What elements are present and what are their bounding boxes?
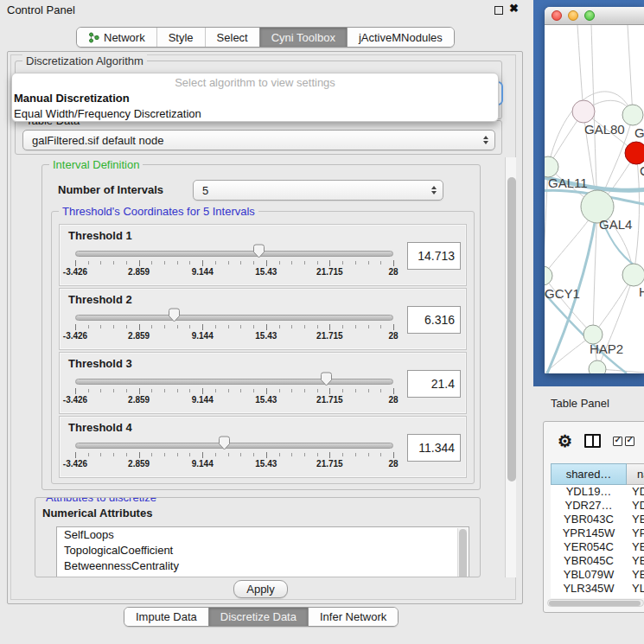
minimize-window-icon[interactable] bbox=[568, 10, 578, 21]
algorithm-option[interactable]: Manual Discretization bbox=[12, 91, 498, 106]
zoom-window-icon[interactable] bbox=[584, 10, 595, 21]
network-node-h[interactable] bbox=[622, 264, 644, 286]
tab-label: Impute Data bbox=[136, 610, 197, 623]
slider-thumb[interactable] bbox=[218, 436, 231, 450]
gear-icon[interactable]: ⚙ bbox=[558, 433, 572, 450]
tab-select[interactable]: Select bbox=[205, 28, 259, 47]
table-data-combo[interactable]: galFiltered.sif default node bbox=[22, 130, 495, 150]
slider-track[interactable] bbox=[75, 379, 393, 385]
network-edge[interactable] bbox=[577, 25, 583, 112]
column-header-shared-name[interactable]: shared… bbox=[551, 463, 627, 485]
threshold-value-field[interactable]: 6.316 bbox=[407, 306, 461, 334]
threshold-value-field[interactable]: 11.344 bbox=[407, 434, 461, 462]
cell-name[interactable]: YBR0 bbox=[627, 554, 644, 568]
network-node-gal80[interactable] bbox=[572, 100, 595, 123]
network-node-label: GCY1 bbox=[545, 286, 580, 301]
threshold-value-field[interactable]: 21.4 bbox=[407, 370, 461, 398]
cell-name[interactable]: YDL1 bbox=[627, 485, 644, 499]
bottom-tab-discretize-data[interactable]: Discretize Data bbox=[208, 608, 308, 626]
cell-shared-name[interactable]: YIL053C bbox=[551, 596, 627, 598]
table-row[interactable]: YBL079WYBL0 bbox=[551, 568, 644, 582]
cyni-mode-tabs: Impute DataDiscretize DataInfer Network bbox=[124, 607, 399, 627]
cell-name[interactable]: YBL0 bbox=[627, 568, 644, 582]
list-scrollbar[interactable] bbox=[457, 528, 468, 577]
table-row[interactable]: YIL053CYIL0 bbox=[551, 596, 644, 598]
table-row[interactable]: YER054CYER0 bbox=[551, 540, 644, 554]
list-scrollbar-thumb[interactable] bbox=[459, 529, 467, 577]
slider-tick-label: 9.144 bbox=[192, 459, 214, 469]
tab-style[interactable]: Style bbox=[156, 28, 205, 47]
select-columns-icon[interactable] bbox=[613, 437, 622, 446]
tab-network[interactable]: Network bbox=[77, 28, 156, 47]
network-node-gcy1[interactable] bbox=[545, 266, 552, 285]
apply-button[interactable]: Apply bbox=[233, 580, 288, 598]
tab-jactivemnodules[interactable]: jActiveMNodules bbox=[347, 28, 454, 47]
table-row[interactable]: YBR043CYBR0 bbox=[551, 513, 644, 526]
cell-shared-name[interactable]: YLR345W bbox=[551, 582, 627, 596]
slider-track[interactable] bbox=[75, 251, 393, 257]
close-window-icon[interactable] bbox=[552, 10, 562, 21]
cell-shared-name[interactable]: YBL079W bbox=[551, 568, 627, 582]
cell-name[interactable]: YPR1 bbox=[627, 526, 644, 540]
slider-tick-label: 28 bbox=[388, 267, 398, 277]
network-canvas[interactable]: GAL80GACGAL11GAL4GCY1HHAP2 bbox=[545, 25, 644, 373]
column-header-name[interactable]: na bbox=[627, 463, 644, 485]
network-node[interactable] bbox=[589, 360, 606, 373]
attribute-list-item[interactable]: TopologicalCoefficient bbox=[57, 543, 469, 558]
slider-thumb[interactable] bbox=[320, 372, 333, 386]
cell-name[interactable]: YDR2 bbox=[627, 499, 644, 513]
split-columns-icon[interactable] bbox=[584, 434, 601, 448]
network-edge[interactable] bbox=[634, 153, 640, 275]
network-node-ga[interactable] bbox=[622, 105, 643, 125]
bottom-tab-impute-data[interactable]: Impute Data bbox=[124, 608, 208, 626]
network-graph[interactable]: GAL80GACGAL11GAL4GCY1HHAP2 bbox=[545, 25, 644, 373]
slider-thumb[interactable] bbox=[252, 244, 265, 258]
cell-shared-name[interactable]: YDR27… bbox=[551, 499, 627, 513]
tab-cyni-toolbox[interactable]: Cyni Toolbox bbox=[259, 28, 347, 47]
tab-label: Select bbox=[217, 31, 248, 44]
number-of-intervals-combo[interactable]: 5 bbox=[193, 180, 443, 201]
cell-name[interactable]: YLR3 bbox=[627, 582, 644, 596]
table-horizontal-scrollbar[interactable] bbox=[547, 599, 644, 607]
cell-name[interactable]: YBR0 bbox=[627, 513, 644, 526]
cell-name[interactable]: YIL0 bbox=[627, 596, 644, 598]
content-scrollbar-thumb[interactable] bbox=[507, 177, 516, 481]
network-window-titlebar[interactable] bbox=[545, 7, 644, 25]
attribute-list-item[interactable]: SelfLoops bbox=[57, 527, 469, 543]
table-row[interactable]: YBR045CYBR0 bbox=[551, 554, 644, 568]
slider-tick-label: 21.715 bbox=[316, 267, 343, 277]
attributes-group-title: Attributes to discretize bbox=[42, 497, 160, 504]
slider-major-tick bbox=[329, 324, 330, 330]
threshold-value-field[interactable]: 14.713 bbox=[407, 242, 461, 270]
content-scrollbar[interactable] bbox=[505, 157, 516, 577]
cell-shared-name[interactable]: YBR045C bbox=[551, 554, 627, 568]
cell-shared-name[interactable]: YBR043C bbox=[551, 513, 627, 526]
select-all-columns-icon[interactable] bbox=[625, 437, 634, 446]
float-window-icon[interactable] bbox=[494, 6, 503, 15]
slider-track[interactable] bbox=[75, 315, 393, 321]
attribute-list-item[interactable]: BetweennessCentrality bbox=[57, 558, 469, 574]
slider-tick-label: 15.43 bbox=[255, 459, 277, 469]
bottom-tab-infer-network[interactable]: Infer Network bbox=[308, 608, 398, 626]
close-icon[interactable]: ✖ bbox=[509, 2, 519, 15]
tab-label: Infer Network bbox=[320, 610, 386, 623]
numerical-attributes-list[interactable]: SelfLoopsTopologicalCoefficientBetweenne… bbox=[56, 526, 469, 577]
table-row[interactable]: YLR345WYLR3 bbox=[551, 582, 644, 596]
cell-shared-name[interactable]: YDL19… bbox=[551, 485, 627, 499]
interval-definition-group-title: Interval Definition bbox=[49, 158, 143, 171]
slider-tick-label: 15.43 bbox=[255, 267, 277, 277]
cell-name[interactable]: YER0 bbox=[627, 540, 644, 554]
cell-shared-name[interactable]: YER054C bbox=[551, 540, 627, 554]
table-horizontal-scrollbar-thumb[interactable] bbox=[549, 601, 641, 607]
slider-thumb[interactable] bbox=[168, 308, 181, 322]
cell-shared-name[interactable]: YPR145W bbox=[551, 526, 627, 540]
table-row[interactable]: YDR27…YDR2 bbox=[551, 499, 644, 513]
network-node-c[interactable] bbox=[625, 142, 644, 164]
algorithm-placeholder-item[interactable]: Select algorithm to view settings bbox=[12, 75, 498, 91]
network-edge[interactable] bbox=[628, 25, 633, 116]
slider-track[interactable] bbox=[75, 443, 393, 449]
algorithm-option[interactable]: Equal Width/Frequency Discretization bbox=[12, 106, 498, 122]
table-row[interactable]: YPR145WYPR1 bbox=[551, 526, 644, 540]
network-edge[interactable] bbox=[545, 276, 593, 335]
table-row[interactable]: YDL19…YDL1 bbox=[551, 485, 644, 499]
